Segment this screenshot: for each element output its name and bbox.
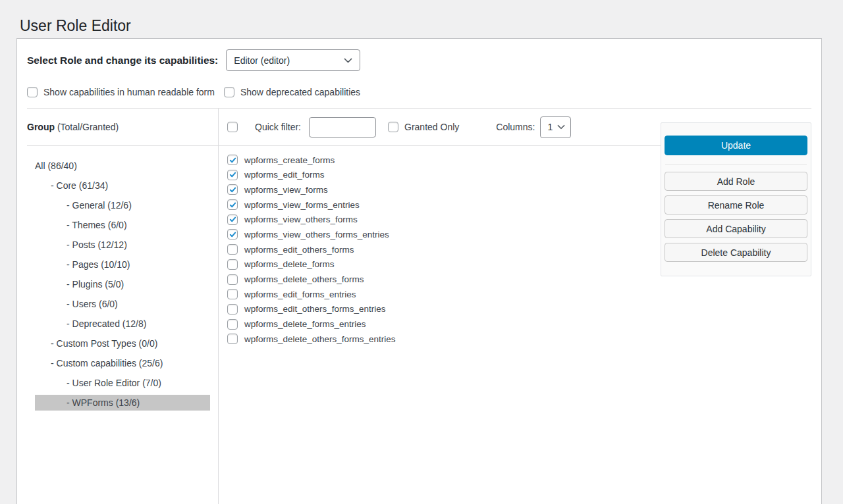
capability-label: wpforms_view_forms_entries — [244, 200, 360, 210]
human-readable-checkbox[interactable] — [27, 87, 38, 97]
capability-checkbox[interactable] — [227, 304, 238, 315]
capability-row: wpforms_delete_others_forms_entries — [227, 334, 821, 344]
capability-checkbox[interactable] — [227, 170, 238, 180]
group-tree-item[interactable]: - Custom Post Types (0/0) — [35, 336, 210, 351]
main-panel: Select Role and change its capabilities:… — [16, 38, 822, 504]
groups-header-rule: Group (Total/Granted) — [27, 109, 218, 146]
capability-checkbox[interactable] — [227, 319, 238, 330]
group-tree-item[interactable]: - Plugins (5/0) — [35, 276, 210, 292]
groups-header: Group (Total/Granted) — [27, 109, 218, 145]
capability-checkbox[interactable] — [227, 259, 238, 270]
capability-label: wpforms_delete_forms — [244, 259, 335, 269]
capability-row: wpforms_delete_forms_entries — [227, 319, 821, 330]
group-tree-item[interactable]: - WPForms (13/6) — [35, 395, 210, 411]
chevron-down-icon — [557, 124, 565, 130]
capability-label: wpforms_delete_others_forms — [244, 274, 364, 284]
groups-header-text: Group (Total/Granted) — [27, 122, 119, 132]
delete-capability-button[interactable]: Delete Capability — [665, 243, 807, 262]
capability-label: wpforms_edit_others_forms_entries — [244, 304, 386, 314]
deprecated-label: Show deprecated capabilities — [240, 87, 360, 97]
group-tree-item[interactable]: - Core (61/34) — [35, 178, 210, 193]
capability-label: wpforms_delete_others_forms_entries — [244, 334, 396, 344]
capability-label: wpforms_view_forms — [244, 185, 328, 195]
quick-filter-label: Quick filter: — [255, 122, 301, 132]
quick-filter-input[interactable] — [309, 117, 376, 138]
groups-header-note: (Total/Granted) — [57, 122, 119, 132]
capability-checkbox[interactable] — [227, 289, 238, 299]
page-title: User Role Editor — [20, 16, 131, 36]
group-tree-item[interactable]: - Themes (6/0) — [35, 217, 210, 233]
columns-select-value: 1 — [547, 122, 553, 132]
capability-checkbox[interactable] — [227, 199, 238, 210]
group-tree-item[interactable]: - User Role Editor (7/0) — [35, 375, 210, 391]
capability-label: wpforms_delete_forms_entries — [244, 319, 366, 329]
human-readable-label: Show capabilities in human readable form — [43, 87, 215, 97]
capability-label: wpforms_edit_forms_entries — [244, 290, 356, 299]
content-columns: Group (Total/Granted) All (86/40)- Core … — [17, 109, 821, 504]
capability-row: wpforms_edit_forms_entries — [227, 289, 821, 299]
update-button[interactable]: Update — [665, 136, 807, 155]
capabilities-column: Quick filter: Granted Only Columns: 1 wp… — [219, 109, 821, 504]
role-select-value: Editor (editor) — [234, 55, 290, 66]
capability-checkbox[interactable] — [227, 184, 238, 195]
capability-checkbox[interactable] — [227, 334, 238, 344]
rename-role-button[interactable]: Rename Role — [665, 195, 807, 214]
group-tree-item[interactable]: - Posts (12/12) — [35, 237, 210, 253]
add-role-button[interactable]: Add Role — [665, 172, 807, 191]
columns-select[interactable]: 1 — [540, 116, 571, 138]
group-tree-item[interactable]: - Pages (10/10) — [35, 257, 210, 272]
capability-label: wpforms_create_forms — [244, 155, 335, 165]
capability-checkbox[interactable] — [227, 214, 238, 225]
granted-only-label: Granted Only — [404, 122, 459, 132]
role-selector-label: Select Role and change its capabilities: — [27, 55, 218, 66]
granted-only-checkbox[interactable] — [388, 122, 398, 132]
add-capability-button[interactable]: Add Capability — [665, 219, 807, 238]
human-readable-toggle: Show capabilities in human readable form — [27, 87, 215, 97]
capability-checkbox[interactable] — [227, 155, 238, 165]
group-tree-item[interactable]: All (86/40) — [35, 158, 210, 174]
groups-header-title: Group — [27, 122, 55, 132]
actions-box: Update Add Role Rename Role Add Capabili… — [661, 122, 811, 276]
deprecated-toggle: Show deprecated capabilities — [224, 87, 360, 97]
capability-label: wpforms_view_others_forms_entries — [244, 230, 389, 239]
group-tree-item[interactable]: - Users (6/0) — [35, 296, 210, 312]
columns-label: Columns: — [496, 122, 535, 132]
capability-label: wpforms_view_others_forms — [244, 214, 358, 224]
group-tree-item[interactable]: - Custom capabilities (25/6) — [35, 355, 210, 371]
capability-checkbox[interactable] — [227, 244, 238, 255]
chevron-down-icon — [344, 58, 352, 63]
groups-tree: All (86/40)- Core (61/34)- General (12/6… — [35, 158, 210, 411]
groups-column: Group (Total/Granted) All (86/40)- Core … — [17, 109, 219, 504]
capability-label: wpforms_edit_others_forms — [244, 245, 354, 255]
capability-checkbox[interactable] — [227, 229, 238, 239]
deprecated-checkbox[interactable] — [224, 87, 234, 97]
role-selector-row: Select Role and change its capabilities:… — [17, 39, 821, 71]
capability-label: wpforms_edit_forms — [244, 170, 325, 180]
role-select[interactable]: Editor (editor) — [226, 49, 360, 71]
actions-divider — [665, 164, 807, 164]
group-tree-item[interactable]: - General (12/6) — [35, 197, 210, 213]
capability-row: wpforms_edit_others_forms_entries — [227, 304, 821, 315]
display-toggles-row: Show capabilities in human readable form… — [17, 71, 821, 103]
group-tree-item[interactable]: - Deprecated (12/8) — [35, 316, 210, 332]
capability-checkbox[interactable] — [227, 274, 238, 285]
select-all-checkbox[interactable] — [227, 122, 238, 132]
